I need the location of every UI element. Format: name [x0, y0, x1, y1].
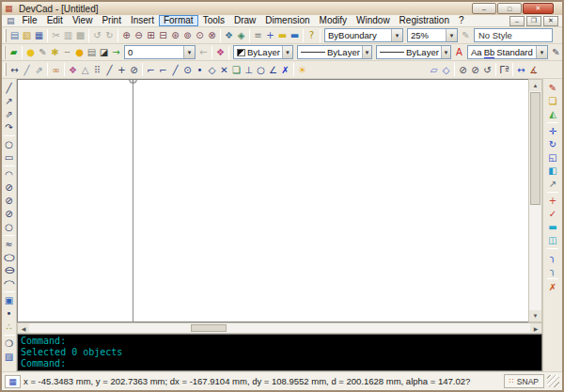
- minimize-button[interactable]: –: [472, 3, 496, 14]
- zoom-extents-icon[interactable]: ⊚: [181, 29, 194, 42]
- midpoint-snap-icon[interactable]: ⌐: [157, 63, 169, 76]
- chevron-down-icon[interactable]: ▼: [391, 29, 402, 41]
- text-style-icon[interactable]: A: [453, 46, 465, 59]
- extend-icon[interactable]: ▬: [546, 221, 559, 233]
- text-style-dropdown[interactable]: AaBb Standard ▼: [467, 45, 548, 59]
- snap-line-icon[interactable]: ╱: [103, 63, 116, 76]
- linetype-dropdown[interactable]: ByLayer ▼: [297, 45, 372, 59]
- rotate-icon[interactable]: ↻: [546, 138, 559, 150]
- arc-measure-icon[interactable]: ↺: [481, 63, 494, 76]
- angle-reference-icon[interactable]: Γª: [498, 63, 510, 76]
- ellipse-arc-icon[interactable]: ◠: [0, 277, 19, 290]
- link-icon[interactable]: ∞: [50, 63, 62, 76]
- circle-icon[interactable]: ○: [3, 221, 16, 233]
- duplicate-icon[interactable]: ❏: [546, 95, 559, 107]
- droplet-icon[interactable]: ❍: [3, 337, 16, 350]
- rectangle-icon[interactable]: ▭: [3, 151, 16, 164]
- menu-item[interactable]: View: [68, 15, 98, 26]
- zoom-level-dropdown[interactable]: 25% ▼: [407, 28, 458, 42]
- circle-2p-icon[interactable]: ⊘: [3, 181, 16, 194]
- trim-icon[interactable]: ✓: [546, 208, 559, 220]
- construction-line[interactable]: [133, 80, 133, 321]
- mdi-restore-button[interactable]: ❐: [526, 16, 541, 26]
- offset-icon[interactable]: ↗: [546, 178, 559, 190]
- copy-icon[interactable]: ▥: [62, 29, 74, 42]
- point-icon[interactable]: •: [3, 307, 16, 320]
- chevron-down-icon[interactable]: ▼: [441, 46, 450, 58]
- layer-color-icon[interactable]: ◪: [98, 46, 110, 59]
- menu-item[interactable]: Print: [97, 15, 126, 26]
- chamfer-icon[interactable]: ╮: [546, 264, 559, 276]
- divide-icon[interactable]: ∴: [3, 321, 16, 333]
- mdi-close-button[interactable]: ✕: [543, 16, 558, 26]
- redraw-icon[interactable]: ❖: [223, 29, 235, 42]
- vertical-scroll-thumb[interactable]: [530, 92, 540, 205]
- lineweight-dropdown[interactable]: ByLayer ▼: [376, 45, 451, 59]
- chevron-down-icon[interactable]: ▼: [446, 29, 457, 41]
- to-back-icon[interactable]: ▬: [289, 29, 301, 42]
- layer-dropdown[interactable]: 0 ▼: [124, 45, 196, 59]
- edit-pen-icon[interactable]: ✎: [546, 82, 559, 94]
- hatch-boundary-dropdown[interactable]: ByBoundary ▼: [324, 28, 403, 42]
- layer-freeze-icon[interactable]: ✱: [49, 46, 61, 59]
- zoom-out-icon[interactable]: ⊖: [133, 29, 145, 42]
- snap-cross-icon[interactable]: +: [116, 63, 128, 76]
- color-dropdown[interactable]: ByLayer ▼: [233, 45, 293, 59]
- circle-measure-icon[interactable]: ⊘: [457, 63, 469, 76]
- insert-block-icon[interactable]: ▣: [3, 294, 16, 306]
- horizontal-scrollbar[interactable]: ◀ ▶: [17, 322, 542, 334]
- previous-layer-icon[interactable]: ←: [197, 46, 210, 59]
- layer-edit-icon[interactable]: ✎: [37, 46, 49, 59]
- quadrant-snap-icon[interactable]: ◇: [206, 63, 218, 76]
- ellipse-icon[interactable]: ○: [0, 251, 19, 263]
- fillet-icon[interactable]: ╮: [546, 251, 559, 263]
- layer-on-icon[interactable]: ●: [24, 46, 37, 59]
- intersection-snap-icon[interactable]: ✕: [218, 63, 230, 76]
- snap-off-icon[interactable]: ✗: [279, 63, 291, 76]
- diamond-select-icon[interactable]: ◇: [440, 63, 452, 76]
- menu-item[interactable]: Insert: [126, 15, 159, 26]
- perpendicular-snap-icon[interactable]: ⊥: [243, 63, 255, 76]
- tangent-snap-icon[interactable]: ○: [255, 63, 267, 76]
- freehand-icon[interactable]: ≈: [3, 238, 16, 250]
- insertion-snap-icon[interactable]: ❏: [230, 63, 243, 76]
- menu-item[interactable]: Dimension: [260, 15, 314, 26]
- zoom-all-icon[interactable]: ⊛: [169, 29, 181, 42]
- break-icon[interactable]: ◫: [546, 234, 559, 246]
- circle-measure2-icon[interactable]: ⊘: [469, 63, 481, 76]
- polyline-icon[interactable]: ↗: [3, 95, 16, 107]
- style-name-field[interactable]: No Style: [474, 28, 553, 42]
- spline-icon[interactable]: ↷: [3, 121, 16, 133]
- zoom-window-icon[interactable]: ⊞: [145, 29, 157, 42]
- vertical-scrollbar[interactable]: ▲ ▼: [528, 79, 542, 322]
- ortho-icon[interactable]: ↔: [8, 63, 21, 76]
- menu-item[interactable]: Format: [159, 15, 198, 26]
- mirror-icon[interactable]: ◧: [546, 165, 559, 177]
- command-console[interactable]: Command:Selected 0 objectsCommand:: [17, 334, 542, 371]
- array-icon[interactable]: ◭: [546, 108, 559, 120]
- chevron-down-icon[interactable]: ▼: [183, 46, 195, 58]
- layer-linetype-icon[interactable]: ┄: [61, 46, 73, 59]
- arc-icon[interactable]: ◠: [3, 168, 16, 180]
- dimension-edit-icon[interactable]: ∡: [527, 63, 540, 76]
- center-snap-icon[interactable]: ⊙: [181, 63, 194, 76]
- page-setup-icon[interactable]: ≡: [252, 29, 264, 42]
- regen-icon[interactable]: ◈: [235, 29, 247, 42]
- horizontal-scroll-thumb[interactable]: [191, 324, 227, 332]
- endpoint-snap-icon[interactable]: ⌐: [145, 63, 157, 76]
- grid-snap-icon[interactable]: ⠿: [91, 63, 103, 76]
- polar-track-icon[interactable]: ⇗: [33, 63, 45, 76]
- circle-ttr-icon[interactable]: ⊘: [3, 208, 16, 220]
- zoom-selected-icon[interactable]: ⊗: [206, 29, 218, 42]
- undo-icon[interactable]: ↺: [91, 29, 103, 42]
- maximize-button[interactable]: □: [497, 3, 522, 14]
- hatch-icon[interactable]: ▨: [3, 351, 16, 363]
- polar-line-icon[interactable]: ╱: [21, 63, 33, 76]
- move-icon[interactable]: ✛: [546, 125, 559, 137]
- save-file-icon[interactable]: ▦: [33, 29, 45, 42]
- redo-icon[interactable]: ↻: [103, 29, 116, 42]
- snap-triangle-icon[interactable]: △: [79, 63, 91, 76]
- menu-item[interactable]: Registration: [395, 15, 454, 26]
- circle-3p-icon[interactable]: ⊘: [3, 195, 16, 207]
- menu-item[interactable]: File: [18, 15, 42, 26]
